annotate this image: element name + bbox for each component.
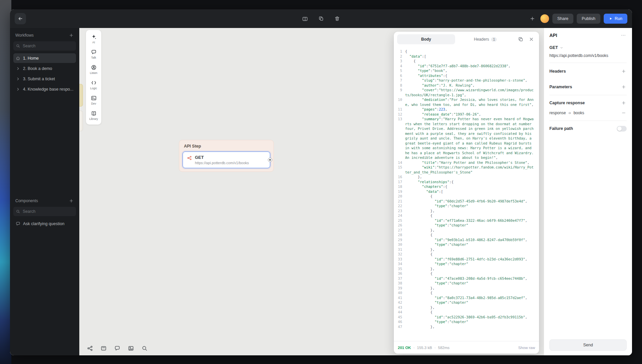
run-button[interactable]: Run [604,14,627,24]
tab-body-label: Body [421,37,431,42]
code-line: 20 { [397,194,535,199]
user-avatar[interactable] [540,14,549,23]
tab-body[interactable]: Body [397,34,455,44]
add-workflow-button[interactable] [69,33,74,38]
add-button[interactable] [528,14,537,23]
sidebar-item-label: 4. Knowledge base respo... [23,87,74,92]
tab-headers[interactable]: Headers 1 [456,34,514,44]
sidebar-item-label: Ask clarifying question [23,221,64,226]
failure-path-toggle[interactable] [617,126,627,132]
api-get-node[interactable]: GET https://api.potterdb.com/v1/books [183,152,270,168]
add-capture-button[interactable] [621,100,627,106]
palette-item-label: AI [92,41,95,44]
sidebar-item-label: 1. Home [23,56,39,61]
code-line: 22 "type":"chapter" [397,203,535,208]
search-icon [142,345,148,351]
copy-response-button[interactable] [516,35,525,44]
run-button-label: Run [615,16,622,21]
minus-icon [621,111,626,115]
response-status-bar: 201 OK · 155.3 kB · 582ms Show raw [394,341,539,354]
sidebar-item[interactable]: 4. Knowledge base respo... [13,84,76,94]
api-step-card[interactable]: API Step GET https://api.potterdb.com/v1… [179,140,274,172]
code-line: 30 "type":"chapter" [397,242,535,247]
code-line: 33 "id":"f69e88d6-2751-4dfc-b23d-c4a36ec… [397,257,535,262]
code-line: 15 "wiki":"https://harrypotter.fandom.co… [397,165,535,175]
workflows-title: Workflows [15,33,34,38]
palette-item-talk[interactable]: Talk [87,48,100,61]
code-line: 8 "author":"J. K. Rowling", [397,83,535,88]
palette-item-logic[interactable]: Logic [87,78,100,92]
response-body-viewer[interactable]: 1{2 "data":[3 {4 "id":"6751e7f7-a8b7-488… [394,47,539,341]
palette-item-listen[interactable]: Listen [87,63,100,76]
components-search [13,207,76,216]
tool-palette: AITalkListenLogicDevLibrary [86,30,101,125]
duplicate-button[interactable] [317,14,326,23]
sidebar-item-label: 2. Book a demo [23,66,52,71]
code-line: 13 "summary":"Harry Potter has never eve… [397,117,535,160]
sidebar-item[interactable]: 1. Home [13,53,76,63]
inspector-menu-button[interactable] [620,32,627,39]
share-button[interactable]: Share [552,14,573,24]
note-icon [101,345,107,351]
publish-button[interactable]: Publish [577,14,600,24]
plus-icon [69,198,74,203]
add-component-button[interactable] [69,198,74,203]
plus-icon [621,69,626,74]
plus-icon [530,16,535,21]
chevron-right-icon [16,66,20,71]
code-line: 23 }, [397,208,535,213]
palette-item-library[interactable]: Library [87,109,100,122]
delete-button[interactable] [332,14,342,23]
tab-headers-label: Headers [474,37,489,42]
api-node-method: GET [195,155,249,160]
add-parameter-button[interactable] [621,84,627,90]
request-url: https://api.potterdb.com/v1/books [549,53,627,58]
chat-icon [16,221,20,226]
sidebar: Workflows 1. Home2. Book a demo3. Submit… [10,28,79,355]
palette-item-ai[interactable]: AI [87,32,100,46]
code-line: 31 }, [397,247,535,252]
api-node-url: https://api.potterdb.com/v1/books [195,161,249,165]
comment-tool-button[interactable] [114,345,121,352]
code-line: 35 }, [397,266,535,271]
divider [549,121,627,121]
code-line: 28 { [397,232,535,237]
flow-tool-button[interactable] [87,345,93,352]
sidebar-item[interactable]: 3. Submit a ticket [13,74,76,84]
back-button[interactable] [15,13,26,24]
app-window: Share Publish Run Workflows 1. Home2. Bo… [10,9,632,355]
code-line: 4 "id":"6751e7f7-a8b7-488b-bde7-8606822d… [397,64,535,69]
code-line: 47 }, [397,324,535,329]
sidebar-item[interactable]: 2. Book a demo [13,64,76,73]
code-line: 29 "id":"9e03b1a1-b510-4862-8247-da470bb… [397,237,535,242]
response-size: 155.3 kB [417,346,432,350]
palette-item-label: Library [89,117,98,121]
output-port[interactable] [268,158,272,162]
code-line: 43 }, [397,305,535,310]
chat-icon [91,49,97,55]
components-section: Components Ask clarifying question [13,197,76,229]
headers-count-badge: 1 [491,37,497,42]
sidebar-item-ask-clarifying-question[interactable]: Ask clarifying question [13,219,76,228]
palette-item-dev[interactable]: Dev [87,94,100,107]
show-raw-link[interactable]: Show raw [518,346,535,350]
panel-layout-button[interactable] [301,14,310,23]
close-response-button[interactable] [527,35,536,44]
workflow-search-input[interactable] [23,44,73,48]
note-tool-button[interactable] [100,345,107,352]
method-dropdown[interactable]: GET [549,45,627,50]
home-icon [16,56,20,61]
remove-capture-button[interactable] [621,110,627,116]
flow-icon [87,345,93,351]
capture-response-label: Capture response [549,101,585,105]
add-header-button[interactable] [621,68,627,74]
plus-icon [621,101,626,105]
media-tool-button[interactable] [128,345,134,352]
palette-item-label: Talk [91,56,96,59]
topbar: Share Publish Run [10,9,632,28]
code-line: 11 "pages":223, [397,107,535,112]
components-search-input[interactable] [23,209,73,214]
zoom-tool-button[interactable] [141,345,148,352]
palette-item-label: Dev [91,102,96,105]
send-button[interactable]: Send [549,339,627,351]
